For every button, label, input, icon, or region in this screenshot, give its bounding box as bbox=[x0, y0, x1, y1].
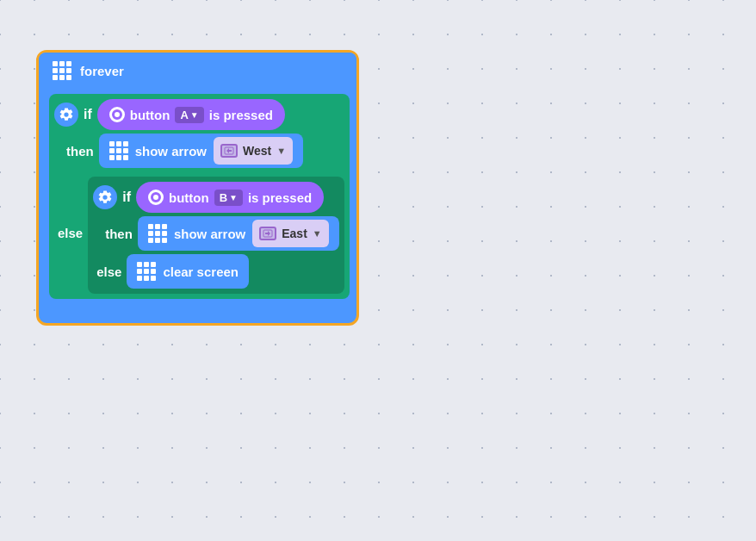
inner-then-row: then show arrow bbox=[93, 216, 339, 251]
outer-direction-arrow[interactable]: ▼ bbox=[276, 146, 286, 156]
outer-direction-dropdown[interactable]: West ▼ bbox=[214, 137, 293, 165]
outer-badge-dropdown[interactable]: ▼ bbox=[190, 110, 199, 120]
outer-radio-icon bbox=[109, 107, 125, 122]
outer-else-label: else bbox=[54, 222, 83, 244]
outer-if-header: if button A ▼ is pressed bbox=[54, 99, 344, 130]
inner-if-label: if bbox=[122, 190, 131, 205]
forever-label: forever bbox=[80, 64, 124, 78]
outer-direction-image-icon bbox=[220, 144, 238, 158]
outer-if-block[interactable]: if button A ▼ is pressed bbox=[49, 94, 350, 299]
inner-direction-dropdown[interactable]: East ▼ bbox=[252, 220, 328, 247]
show-arrow-grid-icon bbox=[109, 141, 128, 160]
outer-if-label: if bbox=[84, 107, 92, 122]
outer-button-text: button bbox=[130, 108, 170, 122]
inner-show-arrow-label: show arrow bbox=[174, 227, 245, 241]
inner-button-badge[interactable]: B ▼ bbox=[214, 190, 243, 206]
inner-else-label: else bbox=[93, 261, 121, 283]
inner-badge-dropdown[interactable]: ▼ bbox=[229, 193, 238, 202]
clear-screen-label: clear screen bbox=[163, 264, 239, 279]
clear-screen-grid-icon bbox=[137, 262, 156, 281]
clear-screen-block[interactable]: clear screen bbox=[127, 254, 249, 289]
inner-if-gear[interactable] bbox=[93, 185, 117, 209]
inner-direction-text: East bbox=[282, 227, 307, 240]
inner-then-label: then bbox=[102, 223, 133, 245]
canvas: forever if bbox=[0, 0, 756, 541]
outer-direction-text: West bbox=[243, 144, 271, 158]
outer-button-badge[interactable]: A ▼ bbox=[175, 107, 203, 123]
inner-show-arrow-grid-icon bbox=[148, 224, 167, 243]
inner-if-block[interactable]: if button B ▼ is pressed bbox=[88, 177, 344, 294]
inner-condition-block[interactable]: button B ▼ is pressed bbox=[136, 182, 324, 213]
forever-block[interactable]: forever if bbox=[36, 50, 359, 326]
outer-button-id: A bbox=[180, 109, 188, 121]
inner-direction-image-icon bbox=[259, 227, 276, 240]
inner-button-id: B bbox=[220, 191, 227, 204]
outer-else-row: else if bbox=[54, 171, 344, 294]
inner-radio-icon bbox=[148, 190, 164, 205]
inner-show-arrow-block[interactable]: show arrow bbox=[138, 216, 339, 251]
inner-else-row: else clear screen bbox=[93, 254, 339, 289]
inner-button-text: button bbox=[169, 190, 209, 205]
grid-icon bbox=[53, 61, 71, 80]
outer-is-pressed: is pressed bbox=[209, 108, 273, 122]
inner-is-pressed: is pressed bbox=[248, 190, 312, 205]
outer-then-row: then show arrow bbox=[54, 134, 344, 168]
forever-header[interactable]: forever bbox=[39, 53, 356, 89]
outer-show-arrow-block[interactable]: show arrow West ▼ bbox=[99, 134, 303, 168]
inner-if-header: if button B ▼ is pressed bbox=[93, 182, 339, 213]
outer-show-arrow-label: show arrow bbox=[135, 144, 207, 159]
block-workspace: forever if bbox=[36, 50, 359, 326]
outer-then-label: then bbox=[63, 140, 94, 162]
outer-condition-block[interactable]: button A ▼ is pressed bbox=[97, 99, 285, 130]
outer-if-gear[interactable] bbox=[54, 103, 78, 127]
inner-direction-arrow[interactable]: ▼ bbox=[313, 228, 322, 239]
